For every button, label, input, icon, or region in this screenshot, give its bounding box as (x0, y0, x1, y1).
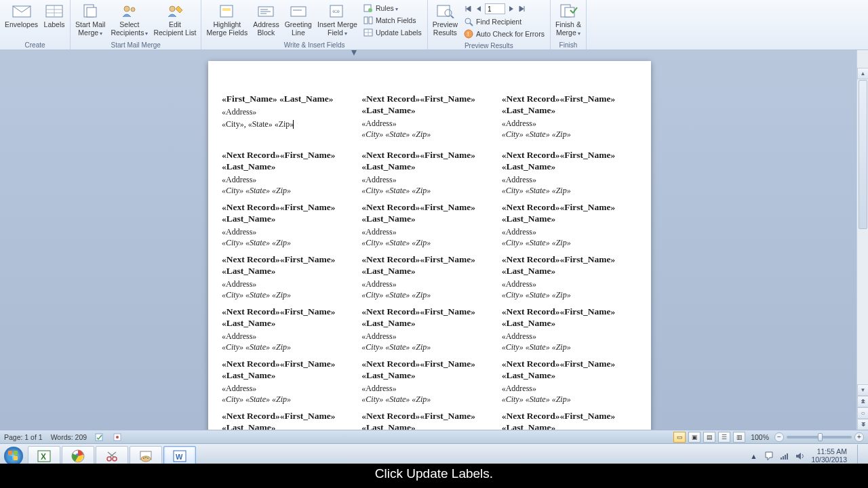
label-cell[interactable]: «Next Record»«First_Name» «Last_Name»«Ad… (502, 411, 637, 430)
label-cell[interactable]: «Next Record»«First_Name» «Last_Name»«Ad… (222, 254, 357, 306)
merge-name-line: «Next Record»«First_Name» «Last_Name» (361, 359, 497, 382)
tray-network-icon[interactable] (780, 451, 789, 461)
insert-field-icon: «» (326, 3, 348, 19)
prev-page-button[interactable]: ⯭ (857, 396, 868, 407)
taskbar-word[interactable]: W (163, 446, 196, 466)
next-record-button[interactable] (507, 4, 516, 14)
label-cell[interactable]: «Next Record»«First_Name» «Last_Name»«Ad… (222, 411, 357, 430)
svg-text:W: W (176, 453, 183, 461)
greeting-line-button[interactable]: Greeting Line (282, 1, 315, 38)
label-cell[interactable]: «Next Record»«First_Name» «Last_Name»«Ad… (502, 254, 637, 306)
macro-record-icon[interactable] (113, 432, 122, 442)
print-layout-view[interactable]: ▭ (673, 432, 686, 443)
label-cell[interactable]: «Next Record»«First_Name» «Last_Name»«Ad… (502, 202, 637, 254)
label-cell[interactable]: «Next Record»«First_Name» «Last_Name»«Ad… (361, 150, 497, 202)
label-cell[interactable]: «Next Record»«First_Name» «Last_Name»«Ad… (361, 202, 497, 254)
select-recipients-button[interactable]: Select Recipients (108, 1, 151, 38)
document-page[interactable]: «First_Name» «Last_Name»«Address»«City»,… (208, 61, 651, 430)
record-number-input[interactable] (485, 3, 505, 14)
full-screen-view[interactable]: ▣ (688, 432, 701, 443)
label-cell[interactable]: «Next Record»«First_Name» «Last_Name»«Ad… (222, 202, 357, 254)
label-cell[interactable]: «Next Record»«First_Name» «Last_Name»«Ad… (502, 94, 637, 146)
word-count[interactable]: Words: 209 (51, 433, 87, 441)
svg-point-59 (147, 458, 149, 459)
label-cell[interactable]: «Next Record»«First_Name» «Last_Name»«Ad… (222, 306, 357, 359)
zoom-out-button[interactable]: − (774, 432, 784, 442)
draft-view[interactable]: ▥ (733, 432, 745, 443)
label-cell[interactable]: «Next Record»«First_Name» «Last_Name»«Ad… (361, 411, 497, 430)
scroll-up-button[interactable]: ▲ (857, 68, 868, 79)
tray-action-center-icon[interactable] (764, 451, 774, 461)
merge-city-line: «City» «State» «Zip» (502, 394, 637, 405)
tray-clock[interactable]: 11:55 AM 10/30/2013 (811, 448, 847, 464)
labels-button[interactable]: Labels (41, 1, 68, 30)
browse-object-button[interactable]: ○ (857, 407, 868, 419)
merge-name-line: «Next Record»«First_Name» «Last_Name» (361, 306, 497, 329)
recipients-icon (119, 3, 140, 19)
envelopes-button[interactable]: Envelopes (2, 1, 41, 30)
web-layout-view[interactable]: ▤ (703, 432, 715, 443)
scroll-down-button[interactable]: ▼ (857, 384, 868, 396)
label-cell[interactable]: «Next Record»«First_Name» «Last_Name»«Ad… (222, 359, 357, 411)
merge-address-line: «Address» (502, 279, 637, 289)
svg-point-8 (131, 7, 135, 12)
rules-button[interactable]: Rules (361, 3, 424, 14)
last-record-button[interactable] (517, 4, 527, 14)
scroll-thumb[interactable] (859, 80, 867, 229)
svg-rect-39 (96, 434, 102, 441)
label-cell[interactable]: «Next Record»«First_Name» «Last_Name»«Ad… (361, 254, 497, 306)
tray-show-hidden-icon[interactable]: ▲ (749, 451, 758, 461)
svg-rect-27 (437, 5, 450, 16)
merge-address-line: «Address» (222, 331, 357, 342)
label-cell[interactable]: «Next Record»«First_Name» «Last_Name»«Ad… (361, 359, 497, 411)
outline-view[interactable]: ☰ (718, 432, 730, 443)
finish-merge-button[interactable]: Finish & Merge (553, 1, 584, 38)
insert-merge-field-button[interactable]: «» Insert Merge Field (315, 1, 360, 38)
svg-point-9 (170, 6, 175, 12)
merge-address-line: «Address» (361, 227, 497, 237)
group-finish: Finish & Merge Finish (551, 0, 587, 49)
start-mail-merge-button[interactable]: Start Mail Merge (73, 1, 108, 38)
group-preview: Preview Results Find Recipient (428, 0, 551, 49)
spellcheck-icon[interactable] (95, 432, 104, 442)
update-labels-button[interactable]: Update Labels (361, 27, 424, 38)
merge-city-line: «City» «State» «Zip» (222, 186, 357, 196)
label-cell[interactable]: «First_Name» «Last_Name»«Address»«City»,… (222, 94, 357, 150)
group-start-mail-merge: Start Mail Merge Select Recipients Edit … (71, 0, 201, 49)
merge-name-line: «Next Record»«First_Name» «Last_Name» (502, 254, 637, 277)
merge-address-line: «Address» (361, 175, 497, 185)
edit-recipient-list-button[interactable]: Edit Recipient List (151, 1, 199, 38)
label-cell[interactable]: «Next Record»«First_Name» «Last_Name»«Ad… (502, 306, 637, 359)
next-page-button[interactable]: ⯯ (857, 419, 868, 430)
address-block-button[interactable]: Address Block (250, 1, 282, 38)
auto-check-errors-button[interactable]: ! Auto Check for Errors (462, 28, 547, 39)
tray-volume-icon[interactable] (795, 451, 805, 461)
taskbar-paint[interactable] (130, 446, 162, 466)
ruler-tab-marker[interactable] (351, 50, 355, 56)
label-cell[interactable]: «Next Record»«First_Name» «Last_Name»«Ad… (361, 94, 497, 146)
zoom-slider-thumb[interactable] (818, 433, 823, 441)
greeting-icon (288, 3, 309, 19)
merge-address-line: «Address» (361, 119, 497, 129)
svg-rect-64 (785, 455, 786, 460)
merge-address-line: «Address» (361, 331, 497, 342)
label-cell[interactable]: «Next Record»«First_Name» «Last_Name»«Ad… (222, 150, 357, 202)
match-fields-button[interactable]: Match Fields (361, 15, 424, 26)
zoom-slider[interactable] (787, 436, 852, 439)
vertical-scrollbar[interactable]: ▲ ▼ ⯭ ○ ⯯ (856, 50, 868, 430)
preview-icon (434, 3, 456, 19)
zoom-in-button[interactable]: + (854, 432, 864, 442)
zoom-level[interactable]: 100% (751, 433, 769, 441)
find-recipient-button[interactable]: Find Recipient (462, 16, 547, 27)
taskbar-snip[interactable] (96, 446, 128, 466)
prev-record-button[interactable] (474, 4, 484, 14)
label-cell[interactable]: «Next Record»«First_Name» «Last_Name»«Ad… (502, 150, 637, 202)
label-cell[interactable]: «Next Record»«First_Name» «Last_Name»«Ad… (361, 306, 497, 359)
label-cell[interactable]: «Next Record»«First_Name» «Last_Name»«Ad… (502, 359, 637, 411)
first-record-button[interactable] (463, 4, 473, 14)
taskbar-excel[interactable]: X (28, 446, 60, 466)
taskbar-chrome[interactable] (62, 446, 94, 466)
highlight-merge-fields-button[interactable]: Highlight Merge Fields (203, 1, 250, 38)
preview-results-button[interactable]: Preview Results (430, 1, 460, 38)
page-status[interactable]: Page: 1 of 1 (4, 433, 43, 441)
